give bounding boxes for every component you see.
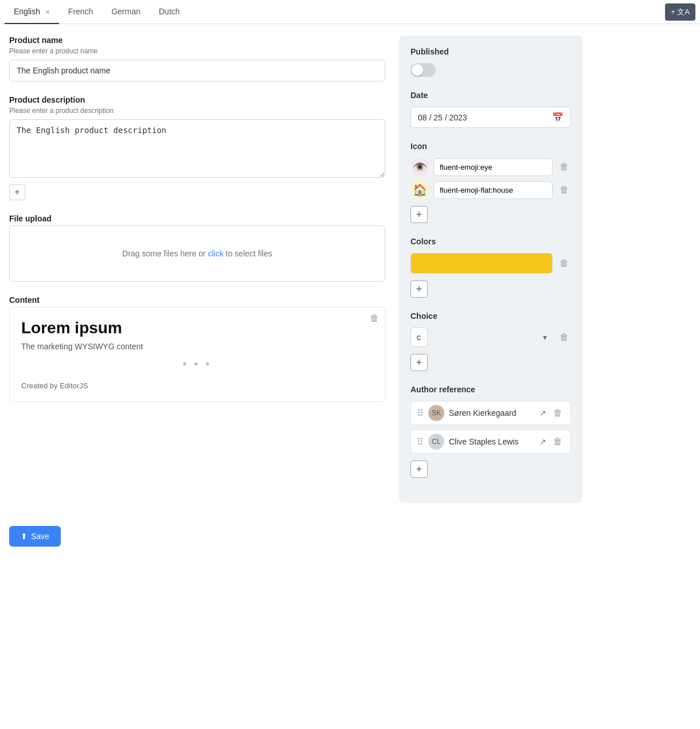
tab-bar: English × French German Dutch + 文A [0, 0, 700, 24]
file-upload-area[interactable]: Drag some files here or click to select … [9, 225, 385, 282]
icon-section: Icon 👁️ 🗑 🏠 🗑 + [410, 142, 571, 223]
product-description-label: Product description [9, 95, 385, 104]
add-icon-button[interactable]: + [410, 206, 428, 223]
icon-row-2: 🏠 🗑 [410, 181, 571, 199]
tab-dutch[interactable]: Dutch [150, 0, 189, 24]
author-external-link-2[interactable]: ↗ [539, 437, 546, 446]
add-language-label: + 文A [671, 7, 690, 17]
save-label: Save [31, 532, 49, 541]
product-name-hint: Please enter a product name [9, 47, 385, 55]
author-avatar-1: SK [428, 405, 444, 421]
file-upload-drag-text: Drag some files here or [122, 249, 208, 258]
tab-dutch-label: Dutch [159, 7, 180, 16]
choice-section: Choice a b c d 🗑 + [410, 311, 571, 371]
product-description-input[interactable] [9, 119, 385, 178]
content-block-divider: * * * [21, 360, 373, 372]
author-row-1: ⠿ SK Søren Kierkegaard ↗ 🗑 [410, 401, 571, 425]
color-swatch-1[interactable] [410, 253, 553, 274]
content-label: Content [9, 295, 385, 305]
add-description-block-button[interactable]: + [9, 184, 25, 200]
calendar-icon: 📅 [552, 112, 564, 123]
icon-preview-1: 👁️ [410, 158, 429, 176]
tab-german-label: German [111, 7, 140, 16]
product-description-hint: Please enter a product description [9, 107, 385, 115]
published-section: Published [410, 47, 571, 77]
author-name-1: Søren Kierkegaard [449, 408, 535, 418]
content-group: Content 🗑 Lorem ipsum The marketing WYSI… [9, 295, 385, 402]
content-block-delete-button[interactable]: 🗑 [370, 313, 379, 323]
icon-input-2[interactable] [433, 181, 553, 199]
content-block: 🗑 Lorem ipsum The marketing WYSIWYG cont… [9, 307, 385, 402]
author-delete-button-2[interactable]: 🗑 [551, 434, 565, 449]
author-reference-section: Author reference ⠿ SK Søren Kierkegaard … [410, 385, 571, 478]
product-name-group: Product name Please enter a product name [9, 36, 385, 81]
drag-handle-1[interactable]: ⠿ [417, 408, 424, 419]
published-label: Published [410, 47, 571, 56]
choice-row: a b c d 🗑 [410, 328, 571, 347]
product-name-input[interactable] [9, 60, 385, 81]
choice-select[interactable]: a b c d [410, 328, 428, 347]
date-input[interactable] [418, 113, 548, 122]
author-avatar-2: CL [428, 434, 444, 450]
icon-delete-button-2[interactable]: 🗑 [557, 182, 571, 197]
drag-handle-2[interactable]: ⠿ [417, 436, 424, 447]
add-language-button[interactable]: + 文A [665, 3, 695, 21]
add-choice-button[interactable]: + [410, 354, 428, 371]
date-input-row: 📅 [410, 107, 571, 128]
author-name-2: Clive Staples Lewis [449, 437, 535, 446]
tab-german[interactable]: German [102, 0, 150, 24]
author-external-link-1[interactable]: ↗ [539, 408, 546, 418]
content-block-footer: Created by EditorJS [21, 381, 373, 390]
product-description-group: Product description Please enter a produ… [9, 95, 385, 200]
file-upload-click-text[interactable]: click [208, 249, 224, 258]
file-upload-group: File upload Drag some files here or clic… [9, 214, 385, 282]
tab-english-close[interactable]: × [46, 8, 50, 16]
save-button[interactable]: ⬆ Save [9, 526, 61, 547]
icon-delete-button-1[interactable]: 🗑 [557, 159, 571, 174]
author-reference-label: Author reference [410, 385, 571, 394]
tab-french[interactable]: French [59, 0, 103, 24]
author-row-2: ⠿ CL Clive Staples Lewis ↗ 🗑 [410, 430, 571, 454]
choice-select-wrapper: a b c d [410, 328, 553, 347]
tab-english-label: English [14, 7, 40, 16]
color-delete-button-1[interactable]: 🗑 [557, 256, 571, 271]
tab-english[interactable]: English × [5, 0, 59, 24]
choice-delete-button[interactable]: 🗑 [557, 330, 571, 345]
file-upload-label: File upload [9, 214, 385, 223]
save-icon: ⬆ [21, 532, 28, 541]
file-upload-rest-text: to select files [224, 249, 272, 258]
add-author-button[interactable]: + [410, 461, 428, 478]
icon-input-1[interactable] [433, 158, 553, 176]
product-name-label: Product name [9, 36, 385, 45]
icon-label: Icon [410, 142, 571, 151]
content-block-title: Lorem ipsum [21, 319, 373, 337]
tab-french-label: French [68, 7, 93, 16]
date-section: Date 📅 [410, 91, 571, 128]
colors-label: Colors [410, 237, 571, 246]
colors-section: Colors 🗑 + [410, 237, 571, 298]
icon-preview-2: 🏠 [410, 181, 429, 199]
color-row-1: 🗑 [410, 253, 571, 274]
left-column: Product name Please enter a product name… [9, 36, 399, 416]
main-layout: Product name Please enter a product name… [0, 24, 700, 514]
choice-label: Choice [410, 311, 571, 321]
icon-row-1: 👁️ 🗑 [410, 158, 571, 176]
author-delete-button-1[interactable]: 🗑 [551, 406, 565, 420]
right-sidebar: Published Date 📅 Icon 👁️ 🗑 🏠 🗑 [399, 36, 582, 503]
published-toggle[interactable] [410, 63, 436, 77]
content-block-subtitle: The marketing WYSIWYG content [21, 342, 373, 351]
add-color-button[interactable]: + [410, 280, 428, 298]
date-label: Date [410, 91, 571, 100]
